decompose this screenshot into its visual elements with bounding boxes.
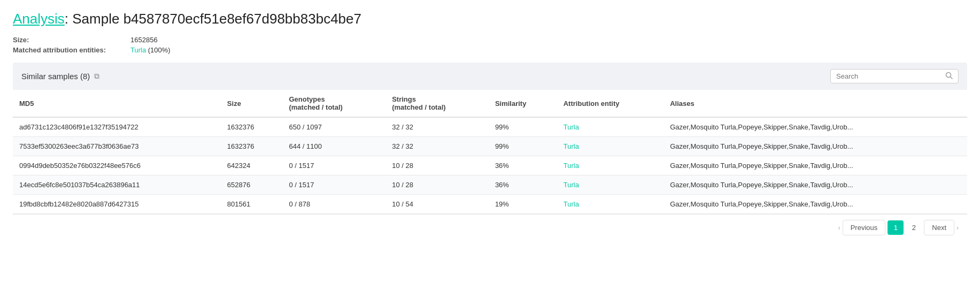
cell-strings: 32 / 32: [385, 137, 489, 156]
size-value: 1652856: [130, 36, 158, 44]
cell-genotypes: 650 / 1097: [282, 117, 385, 137]
cell-md5: 19fbd8cbfb12482e8020a887d6427315: [13, 195, 221, 214]
cell-size: 652876: [221, 175, 283, 195]
cell-aliases: Gazer,Mosquito Turla,Popeye,Skipper,Snak…: [663, 195, 967, 214]
prev-chevron: ‹: [838, 224, 840, 232]
cell-size: 1632376: [221, 117, 283, 137]
matched-value: Turla (100%): [130, 46, 171, 54]
col-size: Size: [221, 90, 283, 117]
copy-icon[interactable]: ⧉: [94, 72, 99, 81]
table-row: 0994d9deb50352e76b0322f48ee576c6 642324 …: [13, 156, 967, 175]
svg-line-1: [951, 77, 953, 79]
cell-md5: ad6731c123c4806f91e1327f35194722: [13, 117, 221, 137]
cell-attribution: Turla: [557, 195, 663, 214]
col-md5: MD5: [13, 90, 221, 117]
search-box[interactable]: [830, 69, 959, 83]
col-aliases: Aliases: [663, 90, 967, 117]
cell-attribution: Turla: [557, 137, 663, 156]
search-icon: [945, 72, 953, 81]
size-label: Size:: [13, 36, 130, 44]
cell-aliases: Gazer,Mosquito Turla,Popeye,Skipper,Snak…: [663, 156, 967, 175]
cell-md5: 7533ef5300263eec3a677b3f0636ae73: [13, 137, 221, 156]
attribution-entity-link[interactable]: Turla: [564, 123, 579, 131]
similar-header: Similar samples (8) ⧉: [13, 63, 967, 90]
table-row: 19fbd8cbfb12482e8020a887d6427315 801561 …: [13, 195, 967, 214]
page-1-button[interactable]: 1: [888, 220, 904, 235]
pagination: ‹ Previous 1 2 Next ›: [13, 214, 967, 241]
matched-row: Matched attribution entities: Turla (100…: [13, 46, 967, 54]
col-strings: Strings(matched / total): [385, 90, 489, 117]
col-genotypes: Genotypes(matched / total): [282, 90, 385, 117]
cell-similarity: 36%: [489, 156, 557, 175]
matched-percent: (100%): [148, 46, 171, 54]
title-rest: : Sample b4587870ecf51e8ef67d98bb83bc4be…: [65, 11, 361, 27]
cell-size: 801561: [221, 195, 283, 214]
cell-md5: 14ecd5e6fc8e501037b54ca263896a11: [13, 175, 221, 195]
cell-genotypes: 0 / 878: [282, 195, 385, 214]
table-body: ad6731c123c4806f91e1327f35194722 1632376…: [13, 117, 967, 214]
cell-aliases: Gazer,Mosquito Turla,Popeye,Skipper,Snak…: [663, 137, 967, 156]
similar-title: Similar samples (8) ⧉: [21, 72, 99, 81]
cell-similarity: 99%: [489, 137, 557, 156]
meta-section: Size: 1652856 Matched attribution entiti…: [13, 36, 967, 54]
col-attribution: Attribution entity: [557, 90, 663, 117]
attribution-entity-link[interactable]: Turla: [564, 200, 579, 208]
previous-button[interactable]: Previous: [843, 220, 886, 235]
attribution-entity-link[interactable]: Turla: [564, 162, 579, 170]
cell-genotypes: 0 / 1517: [282, 156, 385, 175]
table-row: 14ecd5e6fc8e501037b54ca263896a11 652876 …: [13, 175, 967, 195]
cell-strings: 10 / 28: [385, 175, 489, 195]
table-row: 7533ef5300263eec3a677b3f0636ae73 1632376…: [13, 137, 967, 156]
attribution-entity-link[interactable]: Turla: [564, 142, 579, 150]
cell-attribution: Turla: [557, 156, 663, 175]
col-similarity: Similarity: [489, 90, 557, 117]
analysis-link[interactable]: Analysis: [13, 11, 65, 27]
cell-similarity: 99%: [489, 117, 557, 137]
cell-genotypes: 644 / 1100: [282, 137, 385, 156]
cell-strings: 32 / 32: [385, 117, 489, 137]
cell-aliases: Gazer,Mosquito Turla,Popeye,Skipper,Snak…: [663, 175, 967, 195]
cell-similarity: 36%: [489, 175, 557, 195]
cell-size: 1632376: [221, 137, 283, 156]
cell-similarity: 19%: [489, 195, 557, 214]
page-2-button[interactable]: 2: [906, 220, 922, 235]
cell-md5: 0994d9deb50352e76b0322f48ee576c6: [13, 156, 221, 175]
next-chevron: ›: [956, 224, 959, 232]
attribution-link[interactable]: Turla: [130, 46, 146, 54]
cell-attribution: Turla: [557, 117, 663, 137]
cell-strings: 10 / 54: [385, 195, 489, 214]
cell-attribution: Turla: [557, 175, 663, 195]
page-title: Analysis: Sample b4587870ecf51e8ef67d98b…: [13, 11, 967, 27]
similar-section: Similar samples (8) ⧉ MD5 Size Genotypes…: [13, 63, 967, 241]
similar-samples-table: MD5 Size Genotypes(matched / total) Stri…: [13, 90, 967, 214]
cell-size: 642324: [221, 156, 283, 175]
matched-label: Matched attribution entities:: [13, 46, 130, 54]
table-row: ad6731c123c4806f91e1327f35194722 1632376…: [13, 117, 967, 137]
search-input[interactable]: [836, 72, 942, 80]
next-button[interactable]: Next: [924, 220, 954, 235]
attribution-entity-link[interactable]: Turla: [564, 181, 579, 189]
cell-aliases: Gazer,Mosquito Turla,Popeye,Skipper,Snak…: [663, 117, 967, 137]
size-row: Size: 1652856: [13, 36, 967, 44]
table-header: MD5 Size Genotypes(matched / total) Stri…: [13, 90, 967, 117]
cell-strings: 10 / 28: [385, 156, 489, 175]
similar-title-text: Similar samples (8): [21, 72, 90, 81]
cell-genotypes: 0 / 1517: [282, 175, 385, 195]
